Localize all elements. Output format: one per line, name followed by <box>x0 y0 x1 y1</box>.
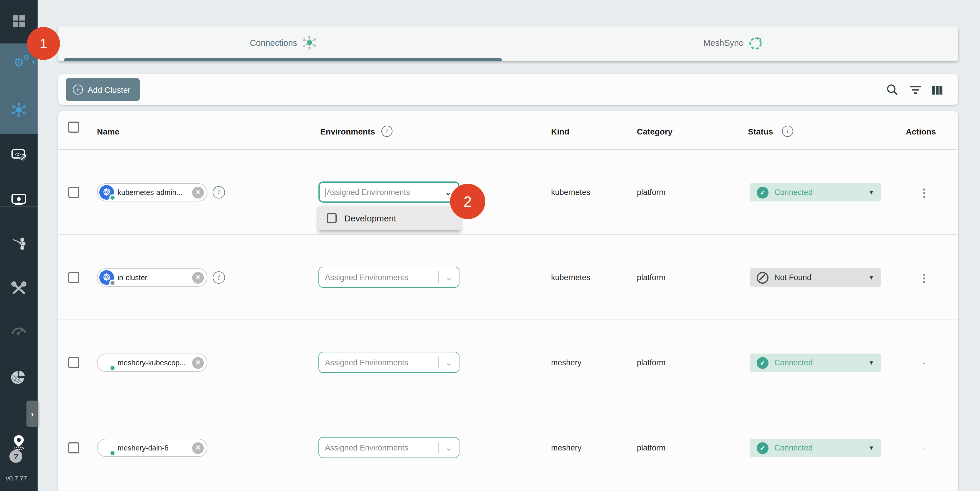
remove-connection-icon[interactable]: ✕ <box>192 272 204 283</box>
column-category: Category <box>637 127 673 136</box>
sidebar-expand-button[interactable]: › <box>26 400 38 427</box>
status-caret-icon: ▼ <box>869 359 874 366</box>
search-icon[interactable] <box>885 82 900 97</box>
sync-spinner-icon <box>748 35 763 50</box>
connection-name-chip[interactable]: ☸ meshery-kubescop... ✕ <box>97 354 207 372</box>
status-chip[interactable]: Connected ▼ <box>750 354 881 372</box>
connection-name-chip[interactable]: ☸ kubernetes-admin... ✕ <box>97 183 207 202</box>
environments-select[interactable]: Assigned Environments ⌄ Development <box>318 267 460 288</box>
help-button[interactable]: ? <box>10 450 22 463</box>
category-cell: platform <box>637 358 666 367</box>
dashboard-grid-icon-shape <box>13 15 25 27</box>
pie-extension-icon[interactable] <box>0 366 38 389</box>
kind-cell: meshery <box>551 358 582 367</box>
status-info-icon[interactable]: i <box>782 126 793 137</box>
row-actions-empty: - <box>923 443 925 453</box>
kind-cell: kubernetes <box>551 273 590 282</box>
toolbar: + Add Cluster <box>58 74 958 105</box>
select-all-checkbox[interactable] <box>68 122 79 133</box>
table-row: ☸ meshery-dain-6 ✕ Assigned Environments… <box>58 405 958 490</box>
status-chip[interactable]: Connected ▼ <box>750 183 881 202</box>
column-name: Name <box>97 127 119 136</box>
crossed-wrenches-icon[interactable] <box>0 276 38 300</box>
tab-connections[interactable]: Connections <box>58 26 508 59</box>
status-label: Connected <box>774 358 869 367</box>
connection-name: meshery-dain-6 <box>118 444 192 452</box>
remove-connection-icon[interactable]: ✕ <box>192 357 204 369</box>
add-cluster-button[interactable]: + Add Cluster <box>66 78 140 101</box>
tabs-bar: Connections MeshSync <box>58 26 958 61</box>
branch-glyph <box>11 237 26 251</box>
view-columns-icon[interactable] <box>929 82 945 97</box>
connections-mesh-icon[interactable] <box>0 98 38 122</box>
status-chip[interactable]: Not Found ▼ <box>750 269 881 287</box>
chevron-down-icon[interactable]: ⌄ <box>439 443 459 452</box>
category-cell: platform <box>637 273 666 282</box>
row-checkbox[interactable] <box>68 272 79 283</box>
connection-name-chip[interactable]: ☸ in-cluster ✕ <box>97 269 207 287</box>
status-icon <box>757 357 768 369</box>
code-window-icon[interactable]: <> <box>0 143 38 167</box>
annotation-badge-1: 1 <box>27 27 60 60</box>
mesh-hub-glyph <box>11 102 26 118</box>
user-screen-icon[interactable] <box>0 188 38 211</box>
table-header: Name Environments i Kind Category Status… <box>58 111 958 150</box>
environments-select[interactable]: Assigned Environments ⌄ Development <box>318 181 460 203</box>
status-label: Connected <box>774 443 869 452</box>
column-environments: Environments <box>320 127 375 136</box>
branch-icon[interactable] <box>0 232 38 256</box>
connection-state-dot <box>109 194 116 201</box>
tab-connections-label: Connections <box>250 38 297 47</box>
remove-connection-icon[interactable]: ✕ <box>192 186 204 198</box>
add-cluster-label: Add Cluster <box>88 85 130 94</box>
environment-option-label[interactable]: Development <box>344 213 396 223</box>
plus-circle-icon: + <box>73 84 83 95</box>
connection-state-dot <box>109 280 116 286</box>
environments-info-icon[interactable]: i <box>381 126 393 137</box>
connection-name: kubernetes-admin... <box>118 188 192 197</box>
environments-select[interactable]: Assigned Environments ⌄ Development <box>318 352 460 373</box>
connection-name: in-cluster <box>118 273 192 281</box>
filter-icon[interactable] <box>908 82 923 97</box>
environments-placeholder: Assigned Environments <box>325 358 438 367</box>
active-tab-indicator <box>64 58 502 61</box>
row-checkbox[interactable] <box>68 442 79 453</box>
connection-state-dot <box>109 450 116 456</box>
row-actions-menu-icon[interactable]: ⋮ <box>919 274 930 281</box>
row-checkbox[interactable] <box>68 357 79 368</box>
status-caret-icon: ▼ <box>869 274 874 281</box>
code-window-glyph: <> <box>11 149 26 162</box>
status-chip[interactable]: Connected ▼ <box>750 439 881 457</box>
column-status: Status <box>748 127 773 136</box>
connections-table: Name Environments i Kind Category Status… <box>58 111 958 491</box>
table-body: ☸ kubernetes-admin... ✕ i Assigned Envir… <box>58 150 958 490</box>
connection-info-icon[interactable]: i <box>213 271 225 284</box>
connection-info-icon[interactable]: i <box>213 186 225 199</box>
row-checkbox[interactable] <box>68 187 79 198</box>
sidebar-divider <box>0 206 38 207</box>
chevron-down-icon[interactable]: ⌄ <box>439 358 459 367</box>
kind-cell: meshery <box>551 443 582 452</box>
meshery-connections-page: ⚙ ⚙ ▼ <> <box>0 0 980 491</box>
speedometer-icon[interactable] <box>0 319 38 342</box>
pie-glyph <box>11 370 26 385</box>
connection-name-chip[interactable]: ☸ meshery-dain-6 ✕ <box>97 439 207 457</box>
remove-connection-icon[interactable]: ✕ <box>192 442 204 454</box>
category-cell: platform <box>637 443 666 452</box>
chevron-down-icon[interactable]: ⌄ <box>439 273 459 281</box>
mesh-hub-icon <box>302 35 317 50</box>
environments-placeholder: Assigned Environments <box>326 188 438 197</box>
app-version: v0.7.77 <box>0 475 33 481</box>
connection-state-dot <box>109 365 116 371</box>
status-label: Connected <box>774 188 869 197</box>
environments-placeholder: Assigned Environments <box>325 443 438 452</box>
tab-meshsync[interactable]: MeshSync <box>508 26 958 59</box>
row-actions-menu-icon[interactable]: ⋮ <box>919 189 930 197</box>
status-icon <box>757 272 768 283</box>
environments-select[interactable]: Assigned Environments ⌄ Development <box>318 437 460 458</box>
environment-option-checkbox[interactable] <box>327 213 337 223</box>
annotation-badge-2: 2 <box>450 184 485 219</box>
speedometer-glyph <box>11 326 26 336</box>
dashboard-grid-icon[interactable] <box>0 10 38 33</box>
column-kind: Kind <box>551 127 569 136</box>
